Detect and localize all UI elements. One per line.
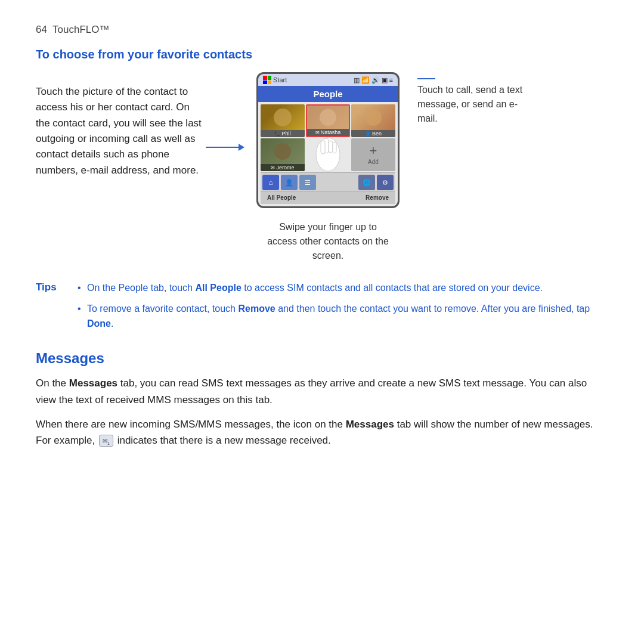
messages-bold-2: Messages [346,419,394,430]
messages-para-1: On the Messages tab, you can read SMS te… [36,375,608,407]
svg-rect-2 [321,141,325,154]
remove-bold: Remove [238,304,275,314]
left-arrow-line [206,147,239,148]
mid-row: ✉ Jerome [261,138,395,171]
globe-icon[interactable]: 🌐 [358,175,375,190]
battery-icon: ▣ [382,76,388,84]
callout-text: Touch to call, send a text message, or s… [417,83,537,126]
status-left: Start [263,76,287,84]
contact-photo-jerome [261,138,305,164]
done-bold: Done [87,318,111,329]
people-icon[interactable]: 👤 [281,175,298,190]
messages-section: Messages On the Messages tab, you can re… [36,350,608,448]
hand-swipe-area [306,138,350,171]
phone-status-bar: Start ▥ 📶 🔊 ▣ ≡ [258,74,398,86]
windows-flag-icon [263,76,271,84]
phone-content: 📞 Phil ✉ Natasha [258,102,398,206]
all-people-button[interactable]: All People [265,194,298,202]
home-icon[interactable]: ⌂ [262,175,279,190]
phone-bottom-bar: All People Remove [261,191,395,204]
left-description: Touch the picture of the contact to acce… [36,72,203,178]
signal-icon: ▥ [354,76,360,84]
callout-line [417,78,435,79]
list-icon[interactable]: ☰ [299,175,316,190]
svg-rect-3 [329,141,333,153]
settings-icon[interactable]: ⚙ [377,175,394,190]
tips-label: Tips [36,281,72,337]
contact-cell-natasha[interactable]: ✉ Natasha [306,104,350,137]
hand-swipe-icon [312,134,345,175]
messages-bold-1: Messages [69,377,117,389]
people-section: Touch the picture of the contact to acce… [36,72,608,263]
phone-wrapper: Start ▥ 📶 🔊 ▣ ≡ People [244,72,411,263]
contact-name-jerome: ✉ Jerome [261,164,305,171]
menu-icon: ≡ [389,76,393,83]
section-heading: To choose from your favorite contacts [36,48,608,61]
right-callout: Touch to call, send a text message, or s… [417,72,537,126]
callout-arrow [417,78,435,79]
top-contacts-row: 📞 Phil ✉ Natasha [261,104,395,137]
contact-name-ben: 👤 Ben [351,130,395,137]
contact-cell-jerome[interactable]: ✉ Jerome [261,138,305,171]
tips-section: Tips On the People tab, touch All People… [36,281,608,337]
svg-rect-4 [333,143,336,153]
messages-heading: Messages [36,350,608,367]
all-people-bold: All People [195,283,241,293]
phone-mockup: Start ▥ 📶 🔊 ▣ ≡ People [256,72,400,208]
wifi-icon: 📶 [361,76,370,84]
tip-item-2: To remove a favorite contact, touch Remo… [78,302,608,332]
page: 64 TouchFLO™ To choose from your favorit… [0,0,644,481]
phone-title-bar: People [258,86,398,102]
contact-add-cell[interactable]: + Add [351,138,395,171]
left-arrow-head [239,144,244,151]
page-title: TouchFLO™ [52,24,109,35]
contact-photo-natasha [307,106,349,129]
contact-photo-ben [351,104,395,130]
page-number: 64 [36,24,47,35]
volume-icon: 🔊 [371,76,380,84]
contact-cell-ben[interactable]: 👤 Ben [351,104,395,137]
phone-screen-title: People [313,89,342,99]
messages-para-2: When there are new incoming SMS/MMS mess… [36,416,608,448]
tips-row: Tips On the People tab, touch All People… [36,281,608,337]
status-right: ▥ 📶 🔊 ▣ ≡ [354,76,393,84]
add-label: Add [368,159,379,165]
remove-button[interactable]: Remove [364,194,391,202]
contact-cell-phil[interactable]: 📞 Phil [261,104,305,137]
page-header: 64 TouchFLO™ [36,24,608,36]
swipe-text: Swipe your finger up toaccess other cont… [267,220,389,263]
messages-inline-icon: ✉1 [99,435,113,447]
tip-item-1: On the People tab, touch All People to a… [78,281,608,296]
status-start-label: Start [273,76,287,83]
swipe-caption: Swipe your finger up toaccess other cont… [267,214,389,263]
contact-name-phil: 📞 Phil [261,130,305,137]
tips-list: On the People tab, touch All People to a… [78,281,608,337]
contact-photo-phil [261,104,305,130]
add-plus-icon: + [370,144,377,157]
